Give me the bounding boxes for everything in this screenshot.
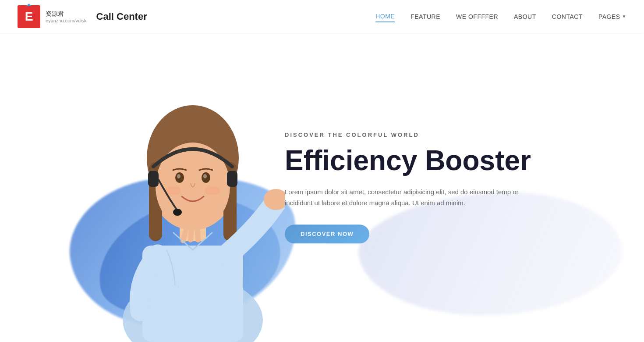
hero-title: Efficiency Booster [285, 145, 539, 176]
logo-text-area: 资源君 eyunzhu.com/vdisk [46, 10, 87, 23]
nav-item-home[interactable]: HOME [375, 11, 395, 22]
nav-item-feature[interactable]: FEATURE [410, 11, 440, 22]
nav-item-contact[interactable]: CONTACT [552, 11, 583, 22]
pages-chevron-icon: ▼ [622, 14, 626, 19]
hero-section: DISCOVER THE COLORFUL WORLD Efficiency B… [0, 33, 644, 342]
logo-area: E 资源君 eyunzhu.com/vdisk Call Center [18, 5, 147, 28]
hero-content: DISCOVER THE COLORFUL WORLD Efficiency B… [285, 132, 539, 243]
logo-url: eyunzhu.com/vdisk [46, 18, 87, 23]
header: E 资源君 eyunzhu.com/vdisk Call Center HOME… [0, 0, 644, 33]
svg-point-13 [205, 186, 220, 195]
svg-point-11 [203, 174, 207, 178]
discover-now-button[interactable]: DISCOVER NOW [285, 224, 369, 243]
logo-letter: E [25, 10, 33, 24]
agent-svg [101, 61, 285, 342]
svg-rect-15 [227, 171, 237, 187]
hero-person-image [101, 61, 285, 342]
svg-point-10 [177, 174, 180, 178]
hero-subtitle: DISCOVER THE COLORFUL WORLD [285, 132, 539, 138]
nav-item-pages[interactable]: PAGES ▼ [598, 11, 626, 22]
nav-item-about[interactable]: ABOUT [514, 11, 536, 22]
main-nav: HOME FEATURE WE OFFFFER ABOUT CONTACT PA… [375, 11, 626, 22]
svg-point-16 [173, 209, 182, 216]
nav-item-we-offer[interactable]: WE OFFFFER [456, 11, 498, 22]
logo-chinese: 资源君 [46, 10, 87, 18]
hero-description: Lorem ipsum dolor sit amet, consectetur … [285, 186, 539, 209]
logo-icon: E [18, 5, 40, 28]
brand-name: Call Center [96, 11, 147, 22]
svg-rect-14 [148, 171, 159, 187]
